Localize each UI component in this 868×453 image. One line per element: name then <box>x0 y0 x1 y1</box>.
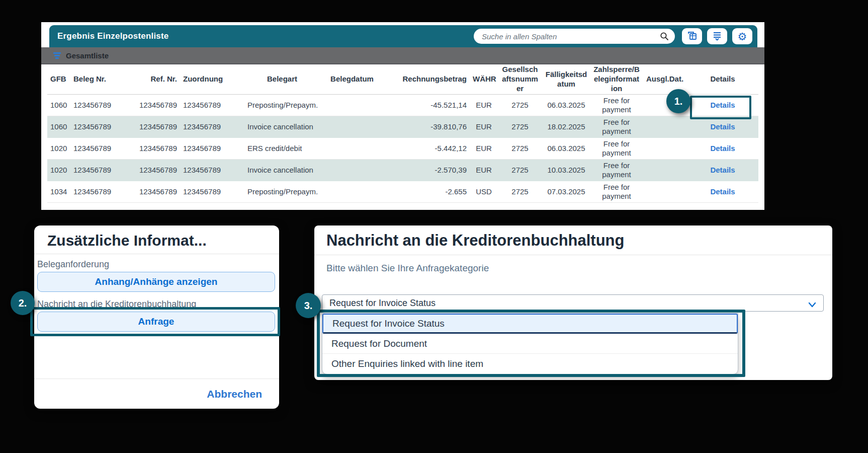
table-row[interactable]: 1060123456789123456789123456789Prepostin… <box>47 95 758 116</box>
cell-zahlsperre: Free for payment <box>590 139 643 158</box>
cell-rechnungsbetrag: -45.521,14 <box>384 101 470 110</box>
cell-details: Details <box>687 166 758 175</box>
column-header[interactable]: Ausgl.Dat. <box>643 74 687 84</box>
details-link[interactable]: Details <box>710 166 735 174</box>
cell-ref_nr: 123456789 <box>134 187 180 196</box>
line-items-table: GFBBeleg Nr.Ref. Nr.ZuordnungBelegartBel… <box>47 64 758 203</box>
table-row[interactable]: 1060123456789123456789123456789Invoice c… <box>47 116 758 138</box>
section-label-nachricht: Nachricht an die Kreditorenbuchhaltung <box>37 299 276 310</box>
cell-beleg_nr: 123456789 <box>70 122 134 131</box>
chevron-down-icon[interactable] <box>808 300 816 311</box>
export-table-icon <box>686 31 698 42</box>
column-header[interactable]: Belegart <box>244 74 320 84</box>
details-link[interactable]: Details <box>710 122 735 131</box>
cell-ref_nr: 123456789 <box>134 166 180 175</box>
cell-gesellschaftsnummer: 2725 <box>498 166 542 175</box>
cell-details: Details <box>687 122 758 131</box>
search-input[interactable] <box>474 29 660 44</box>
cell-ref_nr: 123456789 <box>134 122 180 131</box>
cell-zahlsperre: Free for payment <box>590 118 643 136</box>
table-row[interactable]: 1020123456789123456789123456789ERS credi… <box>47 138 758 160</box>
cell-beleg_nr: 123456789 <box>70 187 134 196</box>
cell-belegart: Invoice cancellation <box>244 122 320 131</box>
column-header[interactable]: Beleg Nr. <box>70 74 134 84</box>
view-selector-bar[interactable]: Gesamtliste <box>41 47 764 64</box>
cell-ref_nr: 123456789 <box>134 101 180 110</box>
cell-waehrung: EUR <box>470 122 498 131</box>
cell-gesellschaftsnummer: 2725 <box>498 187 542 196</box>
cell-gesellschaftsnummer: 2725 <box>498 122 542 131</box>
cell-rechnungsbetrag: -5.442,12 <box>384 144 470 153</box>
cell-zuordnung: 123456789 <box>180 166 244 175</box>
dialog-title: Zusätzliche Informat... <box>34 225 279 254</box>
dropdown-option[interactable]: Request for Invoice Status <box>322 314 738 334</box>
cell-zuordnung: 123456789 <box>180 144 244 153</box>
column-header[interactable]: Zuordnung <box>180 74 244 84</box>
column-header[interactable]: Belegdatum <box>320 74 384 84</box>
category-select[interactable]: Request for Invoice Status <box>322 294 824 312</box>
cancel-button[interactable]: Abbrechen <box>207 388 262 400</box>
column-header[interactable]: Rechnungsbetrag <box>384 74 470 84</box>
category-select-value: Request for Invoice Status <box>329 298 436 309</box>
column-header[interactable]: WÄHR <box>470 74 498 84</box>
table-title-bar: Ergebnis Einzelpostenliste <box>49 25 757 47</box>
column-header[interactable]: Ref. Nr. <box>134 74 180 84</box>
additional-info-dialog: Zusätzliche Informat... Beleganforderung… <box>34 225 279 409</box>
column-header[interactable]: GFB <box>47 74 70 84</box>
cell-details: Details <box>687 144 758 153</box>
cell-waehrung: EUR <box>470 144 498 153</box>
details-link[interactable]: Details <box>710 101 735 109</box>
column-header[interactable]: Gesellschaftsnummer <box>498 65 542 93</box>
column-header[interactable]: Zahlsperre/Beleginformation <box>590 65 643 93</box>
column-header[interactable]: Fälligkeitsdatum <box>542 70 590 89</box>
cell-gesellschaftsnummer: 2725 <box>498 144 542 153</box>
section-label-beleganforderung: Beleganforderung <box>37 259 276 270</box>
cell-beleg_nr: 123456789 <box>70 101 134 110</box>
column-header[interactable]: Details <box>687 74 758 84</box>
desktop-background: Ergebnis Einzelpostenliste <box>0 0 868 453</box>
cell-zuordnung: 123456789 <box>180 122 244 131</box>
cell-belegart: Invoice cancellation <box>244 166 320 175</box>
search-box[interactable] <box>474 29 675 44</box>
cell-rechnungsbetrag: -2.570,39 <box>384 166 470 175</box>
settings-button[interactable]: ⚙ <box>732 28 752 44</box>
anfrage-button[interactable]: Anfrage <box>37 312 275 332</box>
cell-details: Details <box>687 187 758 196</box>
show-attachments-button[interactable]: Anhang/Anhänge anzeigen <box>37 272 275 292</box>
details-link[interactable]: Details <box>710 144 735 153</box>
dialog-title: Nachricht an die Kreditorenbuchhaltung <box>314 225 832 255</box>
filter-button[interactable] <box>707 28 727 44</box>
cell-details: Details <box>687 101 758 110</box>
cell-zahlsperre: Free for payment <box>590 96 643 114</box>
category-dropdown-list: Request for Invoice StatusRequest for Do… <box>322 313 738 374</box>
export-table-button[interactable] <box>682 28 702 44</box>
cell-gfb: 1020 <box>47 166 70 175</box>
gear-icon: ⚙ <box>738 31 747 42</box>
cell-faelligkeitsdatum: 07.03.2025 <box>542 187 590 196</box>
cell-faelligkeitsdatum: 06.03.2025 <box>542 101 590 110</box>
cell-zuordnung: 123456789 <box>180 187 244 196</box>
magnifier-icon[interactable] <box>660 32 669 41</box>
table-row[interactable]: 1020123456789123456789123456789Invoice c… <box>47 160 758 181</box>
cell-waehrung: EUR <box>470 166 498 175</box>
cell-faelligkeitsdatum: 06.03.2025 <box>542 144 590 153</box>
cell-belegart: Preposting/Prepaym. <box>244 187 320 196</box>
details-link[interactable]: Details <box>710 187 735 196</box>
cell-gfb: 1020 <box>47 144 70 153</box>
cell-gfb: 1034 <box>47 187 70 196</box>
cell-zahlsperre: Free for payment <box>590 183 643 201</box>
filter-icon <box>712 31 722 42</box>
filter-list-icon <box>53 52 61 59</box>
dropdown-option[interactable]: Request for Document <box>322 334 738 354</box>
step2-badge: 2. <box>11 291 35 315</box>
dialog-body: Beleganforderung Anhang/Anhänge anzeigen… <box>34 254 279 332</box>
cell-gfb: 1060 <box>47 101 70 110</box>
cell-ref_nr: 123456789 <box>134 144 180 153</box>
dropdown-option[interactable]: Other Enquiries linked with line item <box>322 354 738 374</box>
cell-beleg_nr: 123456789 <box>70 166 134 175</box>
cell-rechnungsbetrag: -39.810,76 <box>384 122 470 131</box>
table-body: 1060123456789123456789123456789Prepostin… <box>47 95 758 203</box>
table-row[interactable]: 1034123456789123456789123456789Prepostin… <box>47 181 758 203</box>
table-header-row: GFBBeleg Nr.Ref. Nr.ZuordnungBelegartBel… <box>47 64 758 95</box>
view-label: Gesamtliste <box>66 51 109 60</box>
